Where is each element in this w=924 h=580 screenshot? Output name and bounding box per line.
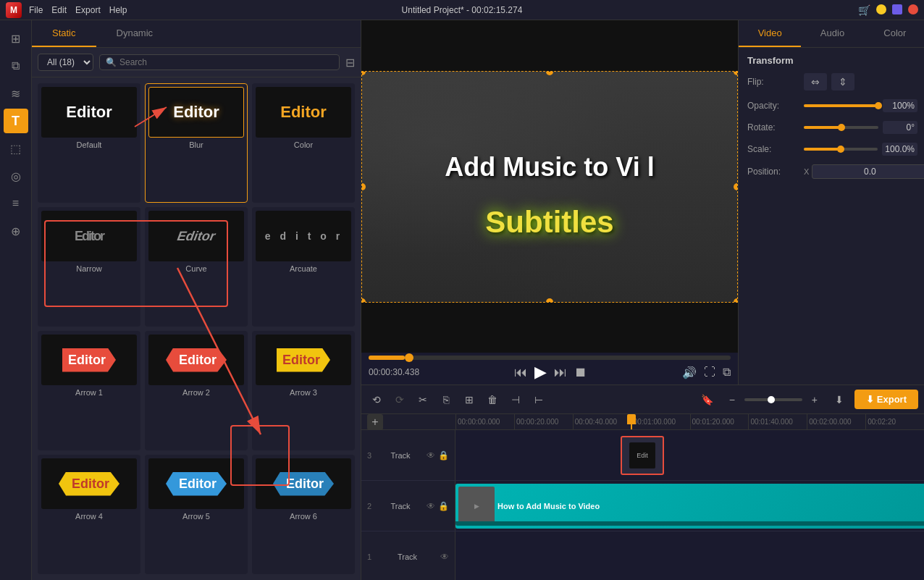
effects-button[interactable]: ◎ <box>4 164 28 188</box>
overlay-button[interactable]: ⬚ <box>4 136 28 161</box>
style-arrow2[interactable]: Editor Arrow 2 <box>145 331 248 450</box>
rotate-slider[interactable] <box>804 126 878 129</box>
track-1-number: 1 <box>367 552 371 561</box>
track-2-content: ▶ How to Add Music to Video <box>455 481 924 531</box>
play-button[interactable]: ▶ <box>534 363 547 382</box>
export-copy-button[interactable]: ⬇ <box>830 390 849 409</box>
category-dropdown[interactable]: All (18) <box>38 54 93 71</box>
export-icon: ⬇ <box>866 394 874 405</box>
close-button[interactable] <box>908 4 918 14</box>
flip-v-button[interactable]: ⇕ <box>831 73 854 91</box>
opacity-value: 100% <box>883 99 917 112</box>
preview-area: Add Music to Vi l Subtitles <box>361 20 738 384</box>
video-clip[interactable]: ▶ How to Add Music to Video <box>455 484 924 529</box>
style-arrow6-label: Arrow 6 <box>290 512 317 521</box>
text-clip[interactable]: Edit <box>621 436 664 475</box>
track-2-number: 2 <box>367 502 371 510</box>
step-forward-button[interactable]: ⏭ <box>554 365 567 380</box>
track-3-eye-icon[interactable]: 👁 <box>427 450 435 461</box>
track-2-lock-icon[interactable]: 🔒 <box>438 501 449 511</box>
timeline-right-controls: 🔖 − + ⬇ ⬇ Export <box>698 390 918 409</box>
track-2-eye-icon[interactable]: 👁 <box>427 501 435 511</box>
tab-static[interactable]: Static <box>32 20 96 47</box>
stop-button[interactable]: ⏹ <box>574 365 587 380</box>
volume-icon[interactable]: 🔊 <box>682 366 697 379</box>
maximize-button[interactable] <box>892 4 902 14</box>
opacity-control: 100% <box>804 99 917 112</box>
pos-x-input: X <box>804 164 924 179</box>
style-arrow6[interactable]: Editor Arrow 6 <box>252 455 355 574</box>
menu-help[interactable]: Help <box>109 5 127 15</box>
style-narrow-label: Narrow <box>76 264 101 273</box>
pip-icon[interactable]: ⧉ <box>723 366 731 379</box>
grid-view-icon[interactable]: ⊟ <box>345 56 355 70</box>
filter-button[interactable]: ⊕ <box>4 219 28 243</box>
cart-icon[interactable]: 🛒 <box>858 4 870 16</box>
style-arcuate-label: Arcuate <box>290 264 317 273</box>
stickers-button[interactable]: ≡ <box>4 191 28 216</box>
copy-button[interactable]: ⎘ <box>437 390 455 409</box>
text-button[interactable]: T <box>4 109 28 133</box>
fullscreen-icon[interactable]: ⛶ <box>704 366 715 379</box>
flip-h-button[interactable]: ⇔ <box>804 73 827 91</box>
menu-export[interactable]: Export <box>75 5 101 15</box>
playhead-line[interactable] <box>631 414 632 429</box>
audio-button[interactable]: ≋ <box>4 81 28 106</box>
progress-bar[interactable] <box>369 356 731 360</box>
style-curve-label: Curve <box>185 264 206 273</box>
style-arrow5[interactable]: Editor Arrow 5 <box>145 455 248 574</box>
handle-tr[interactable] <box>734 71 738 75</box>
handle-br[interactable] <box>734 298 738 303</box>
minimize-button[interactable] <box>876 4 886 14</box>
position-inputs: X Y <box>804 164 924 179</box>
tab-dynamic[interactable]: Dynamic <box>96 20 174 47</box>
style-narrow[interactable]: Editor Narrow <box>38 207 140 327</box>
icon-sidebar: ⊞ ⧉ ≋ T ⬚ ◎ ≡ ⊕ <box>0 20 32 580</box>
bookmark-button[interactable]: 🔖 <box>698 390 717 409</box>
redo-button[interactable]: ⟳ <box>390 390 409 409</box>
add-track-button[interactable]: + <box>367 414 383 430</box>
menu-file[interactable]: File <box>29 5 43 15</box>
track-3-name: Track <box>391 451 411 460</box>
style-color[interactable]: Editor Color <box>252 83 355 203</box>
zoom-in-button[interactable]: + <box>805 390 824 409</box>
track-2-icons: 👁 🔒 <box>427 501 449 511</box>
menu-edit[interactable]: Edit <box>51 5 67 15</box>
export-button[interactable]: ⬇ Export <box>854 390 918 409</box>
step-back-button[interactable]: ⏮ <box>514 365 527 380</box>
tab-video[interactable]: Video <box>739 20 801 47</box>
ruler-mark-0: 00:00:00.000 <box>455 414 514 429</box>
trim-left-button[interactable]: ⊢ <box>529 390 548 409</box>
track-1-eye-icon[interactable]: 👁 <box>440 552 449 562</box>
style-arrow1[interactable]: Editor Arrow 1 <box>38 331 140 450</box>
style-arrow4[interactable]: Editor Arrow 4 <box>38 455 140 574</box>
style-arrow3[interactable]: Editor Arrow 3 <box>252 331 355 450</box>
pos-x-field[interactable] <box>812 164 924 179</box>
rotate-value: 0° <box>883 121 917 134</box>
cut-button[interactable]: ✂ <box>413 390 432 409</box>
style-default[interactable]: Editor Default <box>38 83 140 203</box>
track-3-lock-icon[interactable]: 🔒 <box>438 450 449 461</box>
search-input[interactable] <box>119 57 333 67</box>
handle-bm[interactable] <box>546 298 553 303</box>
layers-button[interactable]: ⧉ <box>4 54 28 78</box>
tab-color[interactable]: Color <box>864 20 924 47</box>
zoom-slider[interactable] <box>744 398 802 401</box>
tab-audio[interactable]: Audio <box>801 20 863 47</box>
text-clip-inner: Edit <box>629 442 655 468</box>
split-button[interactable]: ⊣ <box>506 390 525 409</box>
opacity-slider[interactable] <box>804 104 878 107</box>
zoom-out-button[interactable]: − <box>723 390 742 409</box>
position-label: Position: <box>747 167 798 177</box>
media-button[interactable]: ⊞ <box>4 26 28 51</box>
undo-button[interactable]: ⟲ <box>367 390 386 409</box>
style-blur[interactable]: Editor Blur <box>145 83 248 203</box>
right-tabs: Video Audio Color <box>739 20 924 48</box>
delete-button[interactable]: 🗑 <box>483 390 502 409</box>
timeline-ruler: + 00:00:00.000 00:00:20.000 00:00:40.000… <box>361 414 924 430</box>
style-arcuate[interactable]: e d i t o r Arcuate <box>252 207 355 327</box>
handle-rm[interactable] <box>734 183 738 190</box>
scale-slider[interactable] <box>804 148 878 151</box>
style-curve[interactable]: Editor Curve <box>145 207 248 327</box>
paste-button[interactable]: ⊞ <box>460 390 479 409</box>
